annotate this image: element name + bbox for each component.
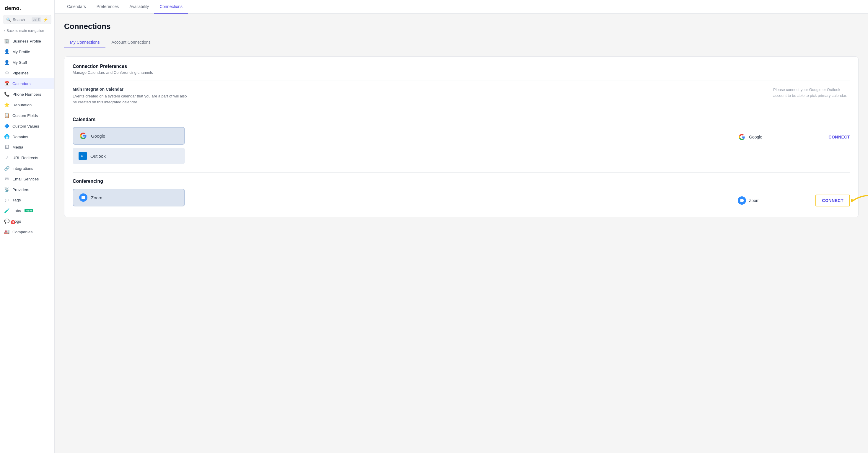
sidebar-item-label: Tags	[12, 198, 21, 202]
sidebar-item-custom-fields[interactable]: 📋 Custom Fields	[0, 110, 54, 121]
staff-icon: 👤	[4, 60, 9, 65]
zoom-icon	[79, 193, 87, 202]
page-content-area: Connections My Connections Account Conne…	[55, 13, 868, 453]
integration-icon: 🔗	[4, 166, 9, 171]
company-icon: 🏭	[4, 229, 9, 234]
tab-label: Availability	[129, 4, 149, 9]
sidebar-item-label: Phone Numbers	[12, 92, 41, 97]
google-connect-row: Google CONNECT	[738, 129, 850, 145]
sidebar-item-business-profile[interactable]: 🏢 Business Profile	[0, 36, 54, 46]
sidebar-item-label: Pipelines	[12, 71, 29, 75]
back-navigation[interactable]: ‹ Back to main navigation	[0, 27, 54, 35]
sidebar-item-label: Reputation	[12, 103, 32, 107]
sub-tab-bar: My Connections Account Connections	[64, 37, 859, 48]
media-icon: 🖼	[4, 145, 9, 150]
values-icon: 🔷	[4, 123, 9, 129]
conferencing-content: Zoom	[73, 189, 850, 210]
tab-calendars[interactable]: Calendars	[62, 0, 91, 13]
zoom-conference-card[interactable]: Zoom	[73, 189, 185, 206]
conferencing-section: Conferencing Zoom	[73, 179, 850, 210]
redirect-icon: ↗	[4, 155, 9, 160]
google-label: Google	[749, 135, 762, 139]
sidebar-item-my-profile[interactable]: 👤 My Profile	[0, 46, 54, 57]
sidebar-item-media[interactable]: 🖼 Media	[0, 142, 54, 152]
bolt-icon: ⚡	[43, 17, 48, 22]
sub-tab-label: My Connections	[70, 40, 99, 44]
google-list-icon	[738, 133, 746, 141]
new-badge: new	[25, 209, 33, 212]
sidebar-item-calendars[interactable]: 📅 Calendars	[0, 78, 54, 89]
calendars-section: Calendars	[73, 117, 850, 167]
integration-description: Events created on a system calendar that…	[73, 93, 191, 105]
divider-3	[73, 172, 850, 173]
tab-label: Preferences	[97, 4, 119, 9]
sidebar-item-custom-values[interactable]: 🔷 Custom Values	[0, 121, 54, 131]
zoom-service-name: Zoom	[91, 195, 102, 200]
pipeline-icon: ⚙	[4, 70, 9, 75]
conferencing-connect-list: Zoom CONNECT	[738, 189, 850, 210]
building-icon: 🏢	[4, 38, 9, 44]
google-service-name: Google	[91, 133, 105, 138]
labs-icon: 🧪	[4, 208, 9, 213]
section-header: Connection Preferences Manage Calendars …	[73, 64, 850, 75]
tab-preferences[interactable]: Preferences	[91, 0, 124, 13]
email-icon: ✉	[4, 176, 9, 182]
search-bar[interactable]: 🔍 Search ctrl K ⚡	[3, 15, 52, 24]
sidebar-item-reputation[interactable]: ⭐ Reputation	[0, 99, 54, 110]
section-subtitle: Manage Calendars and Conferencing channe…	[73, 70, 850, 75]
sidebar-item-label: Providers	[12, 188, 29, 192]
zoom-label: Zoom	[749, 198, 760, 203]
logs-icon: 💬 3	[4, 219, 9, 224]
outlook-service-name: Outlook	[90, 154, 106, 159]
sidebar-item-domains[interactable]: 🌐 Domains	[0, 131, 54, 142]
sidebar-item-label: Labs	[12, 208, 21, 213]
sidebar-item-my-staff[interactable]: 👤 My Staff	[0, 57, 54, 68]
tab-availability[interactable]: Availability	[124, 0, 154, 13]
sub-tab-account-connections[interactable]: Account Connections	[105, 37, 156, 48]
sub-tab-my-connections[interactable]: My Connections	[64, 37, 105, 48]
back-nav-label: Back to main navigation	[6, 29, 44, 33]
sidebar-item-label: Calendars	[12, 82, 31, 86]
page-title: Connections	[64, 22, 859, 31]
divider	[73, 80, 850, 81]
connection-preferences-card: Connection Preferences Manage Calendars …	[64, 56, 859, 217]
sidebar-item-companies[interactable]: 🏭 Companies	[0, 226, 54, 237]
provider-icon: 📡	[4, 187, 9, 192]
top-tab-bar: Calendars Preferences Availability Conne…	[55, 0, 868, 13]
sidebar-item-label: Business Profile	[12, 39, 41, 43]
sidebar-item-label: My Staff	[12, 60, 27, 65]
svg-text:O: O	[81, 154, 83, 158]
sidebar-item-integrations[interactable]: 🔗 Integrations	[0, 163, 54, 174]
sidebar-item-url-redirects[interactable]: ↗ URL Redirects	[0, 152, 54, 163]
sidebar-item-pipelines[interactable]: ⚙ Pipelines	[0, 68, 54, 78]
sidebar-item-labs[interactable]: 🧪 Labs new	[0, 205, 54, 216]
zoom-connect-button[interactable]: CONNECT	[815, 195, 850, 206]
divider-2	[73, 111, 850, 111]
sidebar-item-label: Integrations	[12, 166, 33, 171]
person-icon: 👤	[4, 49, 9, 54]
google-service-info: Google	[738, 133, 762, 141]
sidebar-item-label: Email Services	[12, 177, 39, 181]
sub-tab-label: Account Connections	[111, 40, 150, 44]
back-arrow-icon: ‹	[4, 29, 5, 33]
sidebar-item-label: Media	[12, 145, 23, 150]
google-calendar-card[interactable]: Google	[73, 127, 185, 145]
globe-icon: 🌐	[4, 134, 9, 139]
phone-icon: 📞	[4, 92, 9, 97]
notification-badge: 3	[11, 220, 16, 224]
annotation-arrow	[847, 192, 868, 209]
search-icon: 🔍	[6, 18, 11, 22]
sidebar-item-email-services[interactable]: ✉ Email Services	[0, 174, 54, 184]
tab-connections[interactable]: Connections	[154, 0, 188, 13]
sidebar-item-label: My Profile	[12, 50, 30, 54]
google-icon	[79, 132, 87, 140]
sidebar-item-tags[interactable]: 🏷 Tags	[0, 195, 54, 205]
sidebar-item-label: Custom Values	[12, 124, 39, 128]
google-connect-button[interactable]: CONNECT	[829, 133, 850, 140]
sidebar-item-providers[interactable]: 📡 Providers	[0, 184, 54, 195]
search-shortcut: ctrl K	[32, 18, 41, 22]
zoom-connect-wrapper: CONNECT	[815, 195, 850, 206]
outlook-calendar-card[interactable]: O Outlook	[73, 148, 185, 164]
sidebar-item-logs[interactable]: 💬 3 Logs	[0, 216, 54, 226]
sidebar-item-phone-numbers[interactable]: 📞 Phone Numbers	[0, 89, 54, 99]
